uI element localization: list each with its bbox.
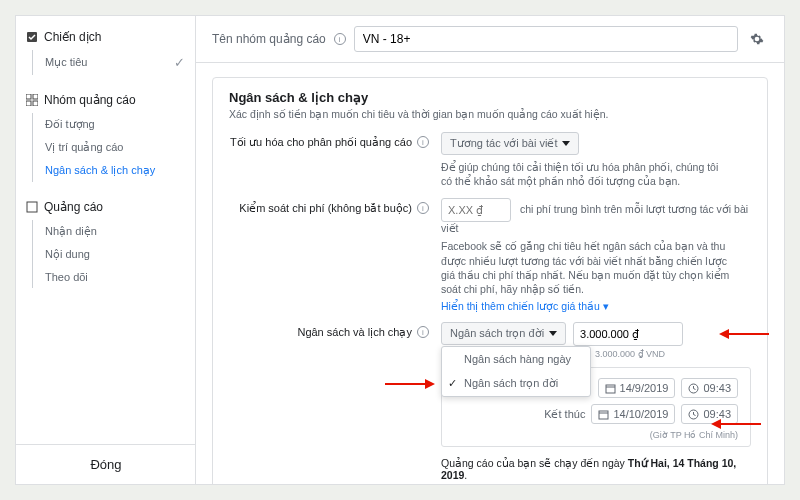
svg-rect-2	[33, 94, 38, 99]
info-icon[interactable]: i	[417, 136, 429, 148]
info-icon[interactable]: i	[417, 326, 429, 338]
sidebar: Chiến dịch Mục tiêu✓ Nhóm quảng cáo Đối …	[16, 16, 196, 484]
sidebar-item-objective[interactable]: Mục tiêu✓	[33, 50, 185, 75]
info-icon[interactable]: i	[417, 202, 429, 214]
sidebar-item-budget[interactable]: Ngân sách & lịch chạy	[33, 159, 185, 182]
calendar-icon	[605, 383, 616, 394]
close-button[interactable]: Đóng	[16, 444, 196, 484]
main: Tên nhóm quảng cáo i Ngân sách & lịch ch…	[196, 16, 784, 484]
optimize-label: Tối ưu hóa cho phân phối quảng cáo	[230, 136, 412, 149]
dropdown-option-lifetime[interactable]: Ngân sách trọn đời	[442, 371, 590, 396]
budget-amount-input[interactable]	[573, 322, 683, 346]
group-ad: Quảng cáo	[26, 200, 185, 214]
end-date-input[interactable]: 14/10/2019	[591, 404, 675, 424]
group-adset: Nhóm quảng cáo	[26, 93, 185, 107]
show-more-strategy-link[interactable]: Hiển thị thêm chiến lược giá thầu ▾	[441, 300, 751, 312]
dropdown-option-daily[interactable]: Ngân sách hàng ngày	[442, 347, 590, 371]
end-time-input[interactable]: 09:43	[681, 404, 738, 424]
svg-rect-9	[599, 411, 608, 419]
clock-icon	[688, 409, 699, 420]
sidebar-item-content[interactable]: Nội dung	[33, 243, 185, 266]
panel-title: Ngân sách & lịch chạy	[229, 90, 751, 105]
campaign-icon	[26, 31, 38, 43]
clock-icon	[688, 383, 699, 394]
cost-input[interactable]	[441, 198, 511, 222]
group-campaign: Chiến dịch	[26, 30, 185, 44]
run-until-summary: Quảng cáo của bạn sẽ chạy đến ngày Thứ H…	[441, 457, 751, 481]
budget-type-select[interactable]: Ngân sách trọn đời	[441, 322, 566, 345]
chevron-down-icon	[549, 331, 557, 336]
svg-rect-6	[606, 385, 615, 393]
panel-subtitle: Xác định số tiền bạn muốn chi tiêu và th…	[229, 108, 751, 120]
svg-rect-3	[26, 101, 31, 106]
budget-equivalent: 3.000.000 ₫ VND	[595, 349, 751, 359]
chevron-down-icon	[562, 141, 570, 146]
start-date-input[interactable]: 14/9/2019	[598, 378, 676, 398]
budget-label: Ngân sách và lịch chạy	[297, 326, 412, 339]
svg-rect-4	[33, 101, 38, 106]
calendar-icon	[598, 409, 609, 420]
svg-rect-1	[26, 94, 31, 99]
timezone-note: (Giờ TP Hồ Chí Minh)	[454, 430, 738, 440]
sidebar-item-tracking[interactable]: Theo dõi	[33, 266, 185, 288]
end-label: Kết thúc	[535, 408, 585, 421]
start-time-input[interactable]: 09:43	[681, 378, 738, 398]
cost-label: Kiểm soát chi phí (không bắt buộc)	[239, 202, 412, 215]
optimize-hint: Để giúp chúng tôi cải thiện tối ưu hóa p…	[441, 160, 731, 188]
gear-icon[interactable]	[746, 28, 768, 50]
sidebar-item-identity[interactable]: Nhận diện	[33, 220, 185, 243]
svg-rect-5	[27, 202, 37, 212]
check-icon: ✓	[174, 55, 185, 70]
adset-name-input[interactable]	[354, 26, 738, 52]
budget-panel: Ngân sách & lịch chạy Xác định số tiền b…	[212, 77, 768, 484]
sidebar-item-audience[interactable]: Đối tượng	[33, 113, 185, 136]
cost-strategy-hint: Facebook sẽ cố gắng chi tiêu hết ngân sá…	[441, 239, 731, 296]
ad-icon	[26, 201, 38, 213]
info-icon[interactable]: i	[334, 33, 346, 45]
header-row: Tên nhóm quảng cáo i	[196, 16, 784, 63]
optimize-select[interactable]: Tương tác với bài viết	[441, 132, 579, 155]
sidebar-item-placement[interactable]: Vị trí quảng cáo	[33, 136, 185, 159]
adset-name-label: Tên nhóm quảng cáo	[212, 32, 326, 46]
adset-icon	[26, 94, 38, 106]
budget-type-dropdown: Ngân sách hàng ngày Ngân sách trọn đời	[441, 346, 591, 397]
